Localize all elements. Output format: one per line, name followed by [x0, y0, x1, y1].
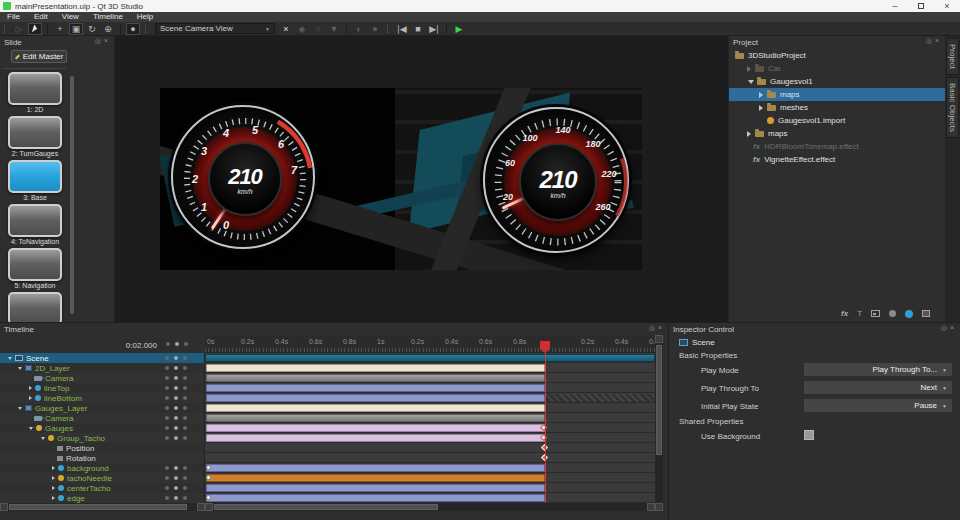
tree-item-maps-selected[interactable]: maps [729, 88, 946, 101]
add-image-icon[interactable] [871, 310, 880, 317]
pin-icon[interactable]: ◎ [649, 324, 658, 331]
time-bar[interactable] [206, 394, 545, 402]
add-component-icon[interactable] [922, 310, 930, 317]
tree-item-hdrbloomtonemap-effect[interactable]: fxHDRBloomTonemap.effect [729, 140, 946, 153]
row-toggles[interactable] [165, 496, 192, 501]
collapse-arrow-icon[interactable] [18, 367, 22, 370]
track-camera[interactable] [205, 373, 655, 383]
timeline-row-2d-layer[interactable]: 2D_Layer [0, 363, 204, 373]
time-bar[interactable] [206, 424, 545, 432]
slide-scrollbar[interactable] [70, 76, 74, 314]
play-through-to-dropdown[interactable]: Next ▼ [804, 381, 952, 394]
stop-button[interactable]: ■ [411, 23, 425, 35]
rotate-tool[interactable]: ↻ [85, 23, 99, 35]
collapse-arrow-icon[interactable] [18, 407, 22, 410]
expand-arrow-icon[interactable] [747, 131, 751, 137]
timeline-row-group-tacho[interactable]: Group_Tacho [0, 433, 204, 443]
toolbar-drag-handle[interactable] [387, 24, 390, 33]
pin-icon[interactable]: ◎ [95, 37, 104, 44]
menu-view[interactable]: View [55, 12, 86, 22]
track-tachoneedle[interactable] [205, 473, 655, 483]
tree-item-meshes[interactable]: meshes [729, 101, 946, 114]
expand-arrow-icon[interactable] [52, 476, 55, 480]
tree-item-gaugesvol1[interactable]: Gaugesvol1 [729, 75, 946, 88]
tree-item-car[interactable]: Car [729, 62, 946, 75]
add-text-icon[interactable]: T [857, 309, 862, 318]
wireframe-mode-icon[interactable]: ● [368, 23, 382, 35]
track-rotation[interactable] [205, 453, 655, 463]
scale-tool[interactable]: ▣ [69, 23, 83, 35]
row-toggles[interactable] [165, 376, 192, 381]
minimize-button[interactable]: – [882, 0, 908, 12]
time-bar[interactable] [206, 364, 545, 372]
expand-arrow-icon[interactable] [52, 486, 55, 490]
time-bar[interactable] [206, 464, 545, 472]
collapse-arrow-icon[interactable] [29, 427, 33, 430]
timeline-row-rotation[interactable]: Rotation [0, 453, 204, 463]
time-bar[interactable] [206, 484, 545, 492]
move-tool[interactable]: + [53, 23, 67, 35]
toolbar-drag-handle[interactable] [145, 24, 148, 33]
time-bar[interactable] [206, 404, 545, 412]
step-forward-button[interactable]: ▶| [427, 23, 441, 35]
collapse-arrow-icon[interactable] [748, 80, 754, 84]
timeline-ruler[interactable]: 0s 0.2s 0.4s 0.6s 0.8s 1s 0.2s 0.4s 0.6s… [205, 335, 655, 353]
track-gauges-layer[interactable] [205, 403, 655, 413]
track-position[interactable] [205, 443, 655, 453]
slide-item[interactable]: 5: Navigation [0, 248, 70, 289]
expand-arrow-icon[interactable] [759, 92, 763, 98]
row-toggles[interactable] [165, 426, 192, 431]
slide-item[interactable]: 1: 2D [0, 72, 70, 113]
expand-arrow-icon[interactable] [29, 386, 32, 390]
slide-thumbnail[interactable] [8, 292, 62, 325]
slide-item[interactable]: 2: TurnGauges [0, 116, 70, 157]
timeline-row-camera2[interactable]: Camera [0, 413, 204, 423]
menu-timeline[interactable]: Timeline [86, 12, 130, 22]
timeline-row-linebottom[interactable]: lineBottom [0, 393, 204, 403]
track-edge[interactable] [205, 493, 655, 503]
pan-tool[interactable]: ◈ [295, 23, 309, 35]
select-tool[interactable] [28, 23, 42, 35]
tracks-horizontal-scrollbar[interactable] [205, 503, 655, 511]
timeline-row-centertacho[interactable]: centerTacho [0, 483, 204, 493]
track-linetop[interactable] [205, 383, 655, 393]
time-bar[interactable] [205, 354, 655, 362]
sticky-select-toggle[interactable]: ● [126, 23, 140, 35]
track-linebottom[interactable] [205, 393, 655, 403]
local-global-toggle[interactable]: ⊕ [101, 23, 115, 35]
add-effect-icon[interactable]: fx [841, 309, 848, 318]
row-toggles[interactable] [165, 416, 192, 421]
initial-play-state-dropdown[interactable]: Pause ▼ [804, 399, 952, 412]
close-icon[interactable]: × [104, 37, 111, 44]
play-button[interactable]: ▶ [452, 23, 466, 35]
time-bar[interactable] [206, 384, 545, 392]
rewind-button[interactable]: |◀ [395, 23, 409, 35]
tree-item-maps[interactable]: maps [729, 127, 946, 140]
slide-thumbnail[interactable] [8, 204, 62, 237]
track-background[interactable] [205, 463, 655, 473]
tree-item-vignetteeffect-effect[interactable]: fxVignetteEffect.effect [729, 153, 946, 166]
row-toggles[interactable] [165, 406, 192, 411]
row-toggles[interactable] [165, 476, 192, 481]
time-bar[interactable] [206, 434, 545, 442]
add-material-icon[interactable] [889, 310, 896, 317]
slide-thumbnail[interactable] [8, 248, 62, 281]
track-scene[interactable] [205, 353, 655, 363]
track-group-tacho[interactable] [205, 433, 655, 443]
pin-icon[interactable]: ◎ [926, 37, 935, 44]
menu-help[interactable]: Help [130, 12, 160, 22]
timeline-row-tachoneedle[interactable]: tachoNeedle [0, 473, 204, 483]
add-object-icon[interactable] [905, 310, 913, 318]
tree-item-gaugesvol1-import[interactable]: Gaugesvol1.import [729, 114, 946, 127]
slide-thumbnail[interactable] [8, 72, 62, 105]
keyframe-circle[interactable] [206, 495, 211, 500]
orbit-tool[interactable]: ▼ [327, 23, 341, 35]
slide-item[interactable]: 4: ToNavigation [0, 204, 70, 245]
row-toggles[interactable] [165, 366, 192, 371]
menu-file[interactable]: File [0, 12, 27, 22]
row-toggles[interactable] [165, 386, 192, 391]
timeline-row-camera[interactable]: Camera [0, 373, 204, 383]
row-toggles[interactable] [165, 486, 192, 491]
expand-arrow-icon[interactable] [747, 66, 751, 72]
menu-edit[interactable]: Edit [27, 12, 55, 22]
